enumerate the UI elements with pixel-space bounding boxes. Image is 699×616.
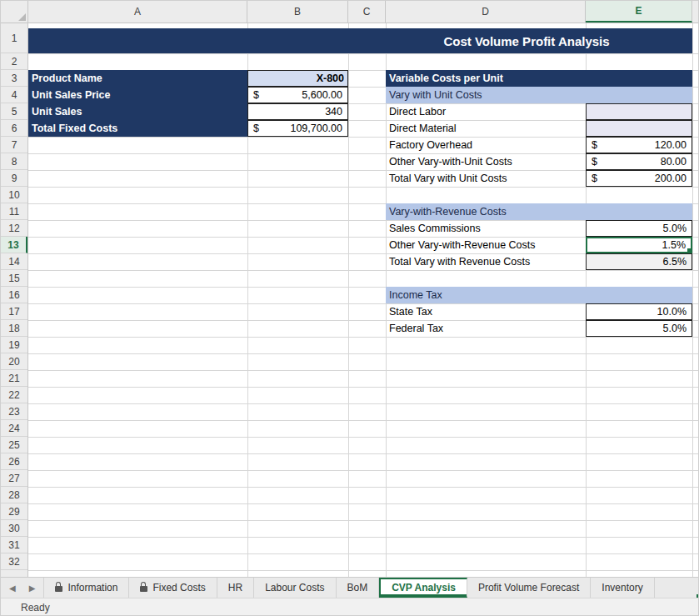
cell-E14[interactable]: 6.5%	[586, 253, 692, 270]
row-header-21[interactable]: 21	[1, 370, 27, 387]
gridline	[28, 470, 699, 471]
gridline	[28, 387, 699, 388]
tab-cvp-analysis[interactable]: CVP Analysis	[379, 578, 467, 598]
row-header-17[interactable]: 17	[1, 303, 27, 320]
cell-A6[interactable]: Total Fixed Costs	[28, 120, 247, 137]
sheet-title: Cost Volume Profit Analysis	[386, 35, 667, 48]
row-header-28[interactable]: 28	[1, 487, 27, 503]
row-header-24[interactable]: 24	[1, 420, 27, 437]
row-header-11[interactable]: 11	[1, 203, 27, 220]
tab-labour-costs[interactable]: Labour Costs	[254, 578, 336, 598]
status-text: Ready	[21, 602, 50, 613]
tab-hr[interactable]: HR	[217, 578, 254, 598]
row-header-14[interactable]: 14	[1, 253, 27, 270]
cell-D18[interactable]: Federal Tax	[386, 320, 586, 337]
cell-B5[interactable]: 340	[247, 103, 348, 120]
cell-D12[interactable]: Sales Commissions	[386, 220, 586, 237]
lock-icon	[55, 586, 62, 592]
row-header-6[interactable]: 6	[1, 120, 27, 137]
row-header-22[interactable]: 22	[1, 387, 27, 403]
column-header-C[interactable]: C	[348, 1, 386, 23]
cell-D6[interactable]: Direct Material	[386, 120, 586, 137]
column-header-A[interactable]: A	[28, 1, 247, 23]
row-header-5[interactable]: 5	[1, 103, 27, 120]
cell-E6[interactable]	[586, 120, 692, 137]
cell-D14[interactable]: Total Vary with Revenue Costs	[386, 253, 586, 270]
tab-profit-volume-forecast[interactable]: Profit Volume Forecast	[467, 578, 591, 598]
cell-E12[interactable]: 5.0%	[586, 220, 692, 237]
cell-B4[interactable]: $5,600.00	[247, 87, 348, 103]
cell-D7[interactable]: Factory Overhead	[386, 137, 586, 153]
cell-D8[interactable]: Other Vary-with-Unit Costs	[386, 153, 586, 170]
tab-inventory[interactable]: Inventory	[591, 578, 654, 598]
tab-label: Labour Costs	[265, 582, 324, 593]
row-header-10[interactable]: 10	[1, 187, 27, 203]
gridline	[692, 23, 693, 577]
row-header-32[interactable]: 32	[1, 553, 27, 570]
cell-D16[interactable]: Income Tax	[386, 287, 692, 303]
select-all-corner[interactable]	[1, 1, 28, 23]
cell-E9[interactable]: $200.00	[586, 170, 692, 187]
row-header-8[interactable]: 8	[1, 153, 27, 170]
row-header-30[interactable]: 30	[1, 520, 27, 537]
tab-label: Information	[67, 582, 117, 593]
row-header-23[interactable]: 23	[1, 403, 27, 420]
row-header-19[interactable]: 19	[1, 337, 27, 353]
gridline	[28, 420, 699, 421]
cell-value: 200.00	[655, 173, 687, 184]
cell-B6[interactable]: $109,700.00	[247, 120, 348, 137]
currency-symbol: $	[592, 157, 597, 168]
cell-D13[interactable]: Other Vary-with-Revenue Costs	[386, 237, 586, 253]
cell-D3[interactable]: Variable Costs per Unit	[386, 70, 692, 87]
row-header-13[interactable]: 13	[1, 237, 27, 253]
cell-D5[interactable]: Direct Labor	[386, 103, 586, 120]
row-header-27[interactable]: 27	[1, 470, 27, 487]
tabs-scroll-left-icon[interactable]: ◀	[9, 583, 16, 593]
tabs-scroll-right-icon[interactable]: ▶	[29, 583, 36, 593]
cell-D17[interactable]: State Tax	[386, 303, 586, 320]
cell-B3[interactable]: X-800	[247, 70, 348, 87]
tab-information[interactable]: Information	[44, 578, 129, 598]
row-header-15[interactable]: 15	[1, 270, 27, 287]
row-header-31[interactable]: 31	[1, 537, 27, 553]
row-header-18[interactable]: 18	[1, 320, 27, 337]
cell-D4[interactable]: Vary with Unit Costs	[386, 87, 692, 103]
gridline	[28, 270, 699, 271]
row-header-4[interactable]: 4	[1, 87, 27, 103]
gridline	[28, 353, 699, 354]
gridline	[28, 487, 699, 488]
cell-E18[interactable]: 5.0%	[586, 320, 692, 337]
row-header-16[interactable]: 16	[1, 287, 27, 303]
cell-E7[interactable]: $120.00	[586, 137, 692, 153]
cell-A1[interactable]: Cost Volume Profit Analysis	[28, 28, 692, 53]
row-header-29[interactable]: 29	[1, 503, 27, 520]
tab-bom[interactable]: BoM	[337, 578, 380, 598]
row-header-7[interactable]: 7	[1, 137, 27, 153]
row-header-1[interactable]: 1	[1, 23, 27, 53]
row-header-26[interactable]: 26	[1, 453, 27, 470]
column-header-D[interactable]: D	[386, 1, 586, 23]
tab-fixed-costs[interactable]: Fixed Costs	[129, 578, 217, 598]
row-header-25[interactable]: 25	[1, 437, 27, 453]
cell-E8[interactable]: $80.00	[586, 153, 692, 170]
row-header-3[interactable]: 3	[1, 70, 27, 87]
cell-E17[interactable]: 10.0%	[586, 303, 692, 320]
row-header-2[interactable]: 2	[1, 53, 27, 70]
status-bar: Ready	[1, 598, 699, 616]
row-header-9[interactable]: 9	[1, 170, 27, 187]
currency-symbol: $	[592, 140, 597, 151]
cell-A4[interactable]: Unit Sales Price	[28, 87, 247, 103]
cell-E13[interactable]: 1.5%	[586, 237, 692, 253]
cell-D9[interactable]: Total Vary with Unit Costs	[386, 170, 586, 187]
gridline	[28, 403, 699, 404]
cell-A5[interactable]: Unit Sales	[28, 103, 247, 120]
cell-A3[interactable]: Product Name	[28, 70, 247, 87]
cell-E5[interactable]	[586, 103, 692, 120]
column-header-B[interactable]: B	[247, 1, 348, 23]
column-header-E[interactable]: E	[586, 1, 692, 23]
tab-nav: ◀ ▶	[1, 578, 44, 598]
cell-D11[interactable]: Vary-with-Revenue Costs	[386, 203, 692, 220]
gridline	[28, 570, 699, 571]
row-header-12[interactable]: 12	[1, 220, 27, 237]
row-header-20[interactable]: 20	[1, 353, 27, 370]
